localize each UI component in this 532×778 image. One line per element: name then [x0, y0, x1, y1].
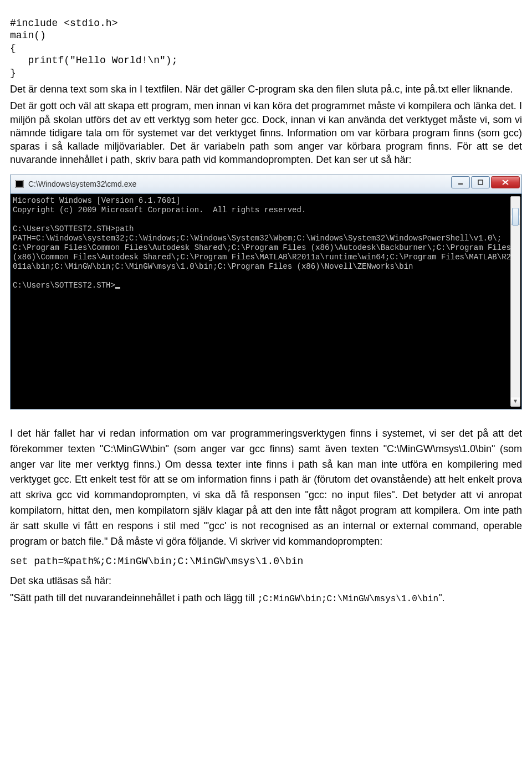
paragraph: Det ska utläsas så här: [10, 574, 522, 587]
close-button[interactable] [491, 176, 520, 188]
paragraph: "Sätt path till det nuvarandeinnehållet … [10, 591, 522, 605]
scroll-thumb[interactable] [512, 208, 519, 226]
window-title: C:\Windows\system32\cmd.exe [28, 179, 136, 190]
code-line: { [10, 43, 16, 54]
close-icon [502, 180, 509, 185]
text-span: ". [438, 592, 444, 603]
terminal-output: Microsoft Windows [Version 6.1.7601] Cop… [13, 196, 515, 290]
code-block: #include <stdio.h> main() { printf("Hell… [10, 4, 522, 79]
window-titlebar[interactable]: C:\Windows\system32\cmd.exe [11, 175, 521, 194]
scroll-down-button[interactable]: ▼ [511, 397, 520, 406]
code-line: } [10, 68, 16, 79]
svg-rect-1 [478, 180, 483, 185]
maximize-button[interactable] [471, 176, 490, 188]
inline-code: ;C:MinGW\bin;C:\MinGW\msys\1.0\bin [258, 594, 438, 604]
minimize-button[interactable] [451, 176, 470, 188]
minimize-icon [458, 180, 463, 185]
cursor [115, 287, 120, 289]
code-line: printf("Hello World!\n"); [10, 55, 177, 66]
maximize-icon [478, 180, 483, 185]
code-line: #include <stdio.h> [10, 18, 117, 29]
cmd-window: C:\Windows\system32\cmd.exe Microsoft Wi… [10, 175, 522, 410]
paragraph: I det här fallet har vi redan informatio… [10, 426, 522, 550]
scrollbar[interactable]: ▲ ▼ [510, 196, 520, 407]
cmd-icon [15, 180, 24, 188]
paragraph: Det är gott och väl att skapa ett progra… [10, 99, 522, 166]
text-span: "Sätt path till det nuvarandeinnehållet … [10, 592, 258, 603]
terminal-body[interactable]: Microsoft Windows [Version 6.1.7601] Cop… [11, 194, 521, 409]
code-line: main() [10, 30, 46, 41]
paragraph: Det är denna text som ska in I textfilen… [10, 83, 522, 96]
command-line: set path=%path%;C:MinGW\bin;C:\MinGW\msy… [10, 555, 522, 568]
window-buttons [451, 176, 520, 188]
